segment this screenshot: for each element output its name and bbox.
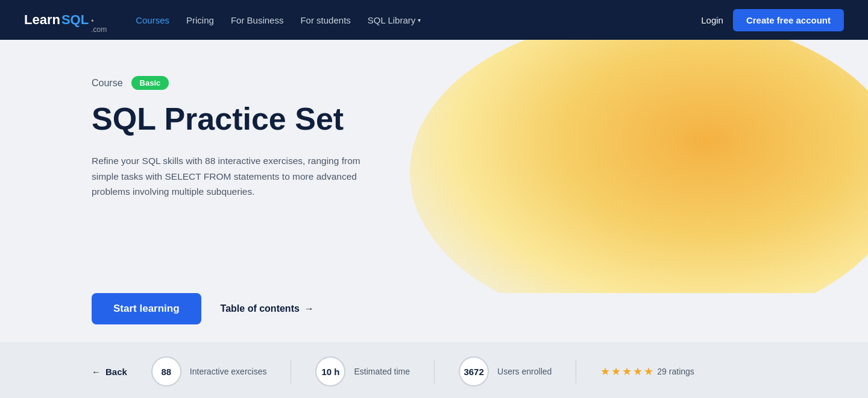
nav-links: Courses Pricing For Business For student… (136, 15, 682, 25)
course-level-badge: Basic (131, 76, 169, 90)
stat-divider-2 (434, 359, 435, 384)
star-5: ★ (644, 365, 653, 378)
logo-sql-text: SQL (61, 12, 89, 28)
logo-learn-text: Learn (24, 12, 60, 28)
stat-divider-1 (291, 359, 291, 384)
stat-exercises: 88 Interactive exercises (151, 356, 267, 387)
stats-bar: ← Back 88 Interactive exercises 10 h Est… (0, 343, 868, 398)
logo-dot: • (91, 17, 107, 25)
hero-content: Course Basic SQL Practice Set Refine you… (0, 76, 381, 236)
hero-section: Course Basic SQL Practice Set Refine you… (0, 40, 868, 293)
star-2: ★ (611, 365, 621, 378)
nav-for-students[interactable]: For students (300, 15, 350, 25)
nav-courses[interactable]: Courses (136, 15, 169, 25)
hero-background-gradient (410, 40, 868, 293)
start-learning-button[interactable]: Start learning (92, 293, 201, 324)
login-link[interactable]: Login (701, 15, 723, 25)
create-account-button[interactable]: Create free account (733, 9, 844, 31)
time-label: Estimated time (354, 367, 410, 376)
stat-time: 10 h Estimated time (315, 356, 410, 387)
arrow-right-icon: → (304, 303, 314, 314)
course-description: Refine your SQL skills with 88 interacti… (92, 153, 381, 200)
toc-label: Table of contents (221, 303, 300, 314)
nav-pricing[interactable]: Pricing (186, 15, 214, 25)
stat-users: 3672 Users enrolled (459, 356, 552, 387)
back-button[interactable]: ← Back (92, 367, 127, 377)
stat-divider-3 (576, 359, 576, 384)
back-label: Back (105, 367, 127, 377)
arrow-left-icon: ← (92, 367, 101, 377)
course-label: Course (92, 78, 123, 89)
course-title: SQL Practice Set (92, 102, 381, 136)
star-3: ★ (622, 365, 632, 378)
exercises-label: Interactive exercises (190, 367, 267, 376)
ratings-count: 29 ratings (657, 367, 694, 376)
star-1: ★ (600, 365, 610, 378)
nav-actions: Login Create free account (701, 9, 844, 31)
star-4: ★ (633, 365, 643, 378)
users-label: Users enrolled (497, 367, 552, 376)
logo-com-text: .com (91, 25, 107, 34)
nav-for-business[interactable]: For Business (231, 15, 284, 25)
table-of-contents-link[interactable]: Table of contents → (221, 303, 314, 314)
logo[interactable]: LearnSQL • .com (24, 6, 107, 34)
navbar: LearnSQL • .com Courses Pricing For Busi… (0, 0, 868, 40)
users-count-badge: 3672 (459, 356, 489, 387)
nav-sql-library[interactable]: SQL Library ▾ (368, 15, 421, 25)
time-value-badge: 10 h (315, 356, 345, 387)
chevron-down-icon: ▾ (418, 17, 421, 24)
cta-section: Start learning Table of contents → (0, 293, 868, 343)
exercises-count-badge: 88 (151, 356, 181, 387)
star-rating: ★ ★ ★ ★ ★ (600, 365, 653, 378)
nav-sql-library-label: SQL Library (368, 15, 415, 25)
ratings-container: ★ ★ ★ ★ ★ 29 ratings (600, 365, 694, 378)
course-label-row: Course Basic (92, 76, 381, 90)
